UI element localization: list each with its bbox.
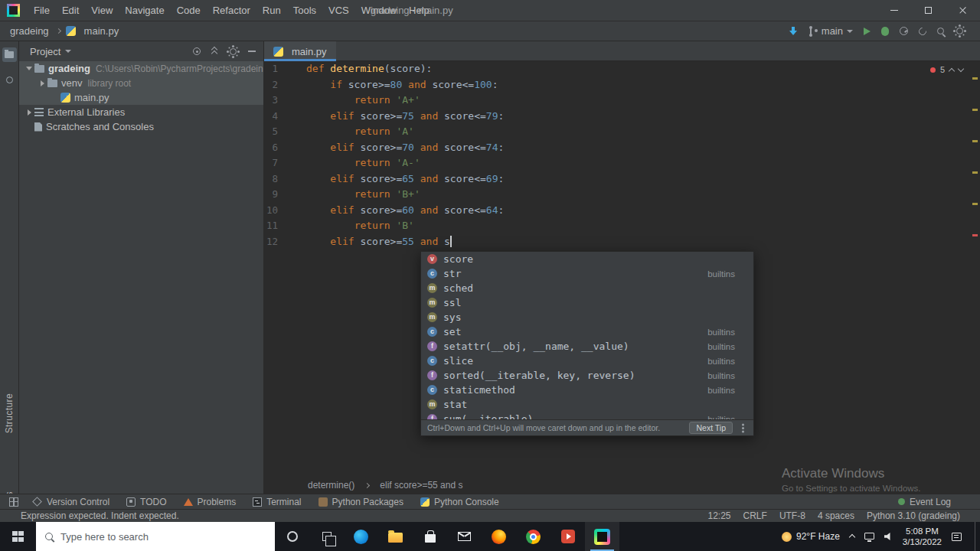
tool-window-button-todo[interactable]: TODO <box>126 497 166 507</box>
tree-item-main-py[interactable]: main.py <box>19 90 263 105</box>
taskbar-app-task-view[interactable] <box>309 522 344 551</box>
start-button[interactable] <box>0 522 36 551</box>
breadcrumb-project[interactable]: gradeing <box>8 25 51 37</box>
completion-item-setattr[interactable]: fsetattr(__obj, __name, __value)builtins <box>421 339 753 354</box>
menu-vcs[interactable]: VCS <box>322 0 355 21</box>
event-log-button[interactable]: Event Log <box>898 497 974 507</box>
code-line-11[interactable]: 11 return 'B' <box>264 218 969 234</box>
project-panel-title[interactable]: Project <box>30 46 60 57</box>
completion-item-staticmethod[interactable]: cstaticmethodbuiltins <box>421 383 753 397</box>
update-project-icon[interactable] <box>789 27 798 36</box>
taskbar-app-pycharm[interactable] <box>585 522 619 551</box>
completion-item-set[interactable]: csetbuiltins <box>421 324 753 339</box>
completion-item-str[interactable]: cstrbuiltins <box>421 266 753 281</box>
completion-item-ssl[interactable]: mssl <box>421 295 753 310</box>
status-item-python-3-10-gradeing[interactable]: Python 3.10 (gradeing) <box>867 510 960 521</box>
maximize-button[interactable] <box>911 0 946 21</box>
tree-item-external-libraries[interactable]: External Libraries <box>19 105 263 119</box>
code-line-3[interactable]: 3 return 'A+' <box>264 93 969 109</box>
volume-icon[interactable] <box>884 533 893 540</box>
code-line-2[interactable]: 2 if score>=80 and score<=100: <box>264 77 969 93</box>
code-line-6[interactable]: 6 elif score>=70 and score<=74: <box>264 140 969 156</box>
completion-item-score[interactable]: vscore <box>421 252 753 266</box>
locate-file-icon[interactable] <box>193 47 201 55</box>
menu-edit[interactable]: Edit <box>56 0 85 21</box>
run-icon[interactable] <box>864 28 871 35</box>
breadcrumb-file[interactable]: main.py <box>82 25 122 37</box>
settings-icon[interactable] <box>956 28 963 34</box>
menu-refactor[interactable]: Refactor <box>207 0 256 21</box>
tool-window-button-problems[interactable]: Problems <box>184 497 237 507</box>
completion-item-sum[interactable]: fsum(__iterable)builtins <box>421 412 753 419</box>
completion-item-slice[interactable]: cslicebuiltins <box>421 354 753 368</box>
menu-file[interactable]: File <box>28 0 56 21</box>
search-everywhere-icon[interactable] <box>937 28 944 34</box>
menu-code[interactable]: Code <box>171 0 207 21</box>
tool-window-button-python-packages[interactable]: Python Packages <box>318 497 403 507</box>
taskbar-app-media-player[interactable] <box>550 522 585 551</box>
tool-window-button-version-control[interactable]: Version Control <box>32 497 109 507</box>
commit-icon[interactable] <box>2 73 17 87</box>
completion-item-sys[interactable]: msys <box>421 310 753 324</box>
code-line-12[interactable]: 12 elif score>=55 and s <box>264 234 969 250</box>
editor-tab-main-py[interactable]: main.py <box>264 41 336 61</box>
code-line-8[interactable]: 8 elif score>=65 and score<=69: <box>264 171 969 187</box>
status-item-4-spaces[interactable]: 4 spaces <box>818 510 854 521</box>
menu-navigate[interactable]: Navigate <box>119 0 170 21</box>
project-folder-icon[interactable] <box>2 47 17 62</box>
menu-view[interactable]: View <box>85 0 119 21</box>
code-line-7[interactable]: 7 return 'A-' <box>264 155 969 171</box>
tool-window-button-python-console[interactable]: Python Console <box>420 497 499 507</box>
status-item-12-25[interactable]: 12:25 <box>708 510 731 521</box>
weather-widget[interactable]: 92°F Haze <box>782 531 840 542</box>
action-center-icon[interactable] <box>952 533 962 541</box>
close-button[interactable] <box>946 0 980 21</box>
debug-icon[interactable] <box>881 27 889 36</box>
taskbar-app-mail[interactable] <box>447 522 482 551</box>
inspections-widget[interactable]: 5 <box>930 65 963 74</box>
tree-expand-arrow[interactable] <box>24 109 34 116</box>
tree-item-scratches-and-consoles[interactable]: Scratches and Consoles <box>19 119 263 134</box>
status-item-crlf[interactable]: CRLF <box>743 510 767 521</box>
completion-item-sorted[interactable]: fsorted(__iterable, key, reverse)builtin… <box>421 368 753 383</box>
clock[interactable]: 5:08 PM 3/13/2022 <box>903 526 942 548</box>
show-desktop-button[interactable] <box>975 522 978 551</box>
network-icon[interactable] <box>864 533 874 540</box>
taskbar-app-file-explorer[interactable] <box>378 522 413 551</box>
minimize-button[interactable] <box>877 0 911 21</box>
hidden-icons-chevron[interactable] <box>850 533 854 540</box>
collapse-all-icon[interactable] <box>211 47 218 56</box>
settings-icon[interactable] <box>230 48 237 55</box>
code-line-10[interactable]: 10 elif score>=60 and score<=64: <box>264 203 969 219</box>
taskbar-app-firefox[interactable] <box>482 522 516 551</box>
tree-item-gradeing[interactable]: gradeingC:\Users\Robin\PycharmProjects\g… <box>19 61 263 76</box>
tree-item-venv[interactable]: venvlibrary root <box>19 76 263 90</box>
code-line-4[interactable]: 4 elif score>=75 and score<=79: <box>264 109 969 125</box>
tool-window-button-terminal[interactable]: Terminal <box>253 497 301 507</box>
taskbar-app-cortana[interactable] <box>275 522 309 551</box>
breadcrumb-function[interactable]: determine() <box>308 480 354 491</box>
tool-window-switcher-icon[interactable] <box>9 497 18 507</box>
taskbar-app-edge[interactable] <box>344 522 378 551</box>
code-line-1[interactable]: 1def determine(score): <box>264 61 969 77</box>
completion-item-stat[interactable]: mstat <box>421 397 753 412</box>
hide-icon[interactable] <box>248 51 256 52</box>
tree-expand-arrow[interactable] <box>24 67 34 70</box>
taskbar-app-chrome[interactable] <box>516 522 550 551</box>
profiler-icon[interactable] <box>900 27 908 35</box>
tree-expand-arrow[interactable] <box>37 80 47 86</box>
restart-icon[interactable] <box>917 25 928 36</box>
stripe-label-structure[interactable]: Structure <box>4 393 15 433</box>
next-tip-button[interactable]: Next Tip <box>689 422 733 434</box>
more-options-icon[interactable] <box>742 427 744 429</box>
menu-tools[interactable]: Tools <box>287 0 322 21</box>
taskbar-app-store[interactable] <box>413 522 447 551</box>
code-line-5[interactable]: 5 return 'A' <box>264 124 969 140</box>
git-branch-widget[interactable]: main <box>808 25 853 37</box>
menu-run[interactable]: Run <box>256 0 287 21</box>
code-line-9[interactable]: 9 return 'B+' <box>264 187 969 203</box>
completion-item-sched[interactable]: msched <box>421 281 753 295</box>
breadcrumb-statement[interactable]: elif score>=55 and s <box>380 480 462 491</box>
status-item-utf-8[interactable]: UTF-8 <box>779 510 805 521</box>
taskbar-search-input[interactable]: Type here to search <box>36 522 275 551</box>
